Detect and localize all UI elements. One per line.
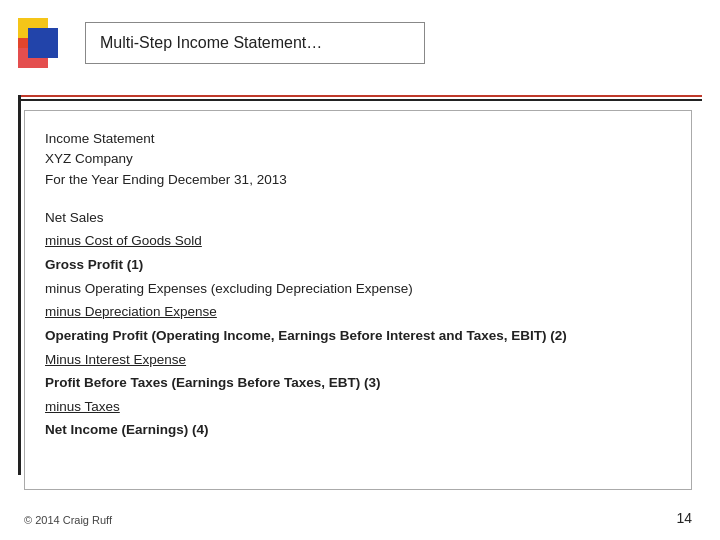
statement-line-6: Minus Interest Expense [45, 348, 671, 372]
statement-line-8: minus Taxes [45, 395, 671, 419]
header-line-3: For the Year Ending December 31, 2013 [45, 170, 671, 190]
statement-line-7: Profit Before Taxes (Earnings Before Tax… [45, 371, 671, 395]
top-divider-red [18, 95, 702, 97]
copyright-text: © 2014 Craig Ruff [24, 514, 112, 526]
header-line-1: Income Statement [45, 129, 671, 149]
copyright-footer: © 2014 Craig Ruff [24, 514, 112, 526]
income-statement-header: Income Statement XYZ Company For the Yea… [45, 129, 671, 190]
left-vertical-bar [18, 95, 21, 475]
top-divider-black [18, 99, 702, 101]
header-line-2: XYZ Company [45, 149, 671, 169]
statement-line-4: minus Depreciation Expense [45, 300, 671, 324]
blue-square [28, 28, 58, 58]
statement-line-2: Gross Profit (1) [45, 253, 671, 277]
statement-line-9: Net Income (Earnings) (4) [45, 418, 671, 442]
statement-line-3: minus Operating Expenses (excluding Depr… [45, 277, 671, 301]
content-box: Income Statement XYZ Company For the Yea… [24, 110, 692, 490]
statement-line-0: Net Sales [45, 206, 671, 230]
statement-lines: Net Salesminus Cost of Goods SoldGross P… [45, 206, 671, 442]
decorative-squares [18, 18, 78, 78]
page-number: 14 [676, 510, 692, 526]
statement-line-1: minus Cost of Goods Sold [45, 229, 671, 253]
statement-line-5: Operating Profit (Operating Income, Earn… [45, 324, 671, 348]
page-title: Multi-Step Income Statement… [100, 34, 322, 52]
title-banner: Multi-Step Income Statement… [85, 22, 425, 64]
